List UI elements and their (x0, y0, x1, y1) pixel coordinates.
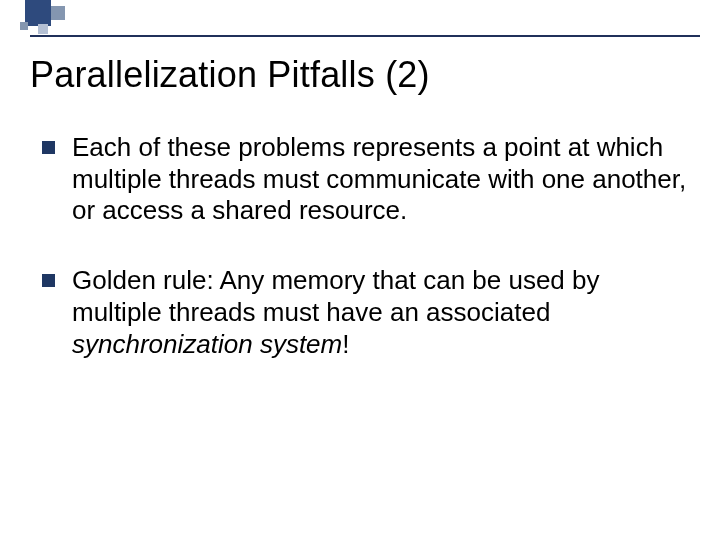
list-item: Golden rule: Any memory that can be used… (42, 265, 690, 360)
bullet-text-suffix: ! (342, 329, 349, 359)
square-bullet-icon (42, 141, 55, 154)
deco-square (20, 22, 28, 30)
header-rule (30, 35, 700, 37)
bullet-text-emphasis: synchronization system (72, 329, 342, 359)
list-item: Each of these problems represents a poin… (42, 132, 690, 227)
square-bullet-icon (42, 274, 55, 287)
corner-decoration (0, 0, 120, 40)
slide-content: Parallelization Pitfalls (2) Each of the… (30, 54, 690, 398)
bullet-text: Each of these problems represents a poin… (72, 132, 686, 225)
deco-square (25, 0, 51, 26)
bullet-list: Each of these problems represents a poin… (30, 132, 690, 360)
deco-square (38, 24, 48, 34)
slide-title: Parallelization Pitfalls (2) (30, 54, 690, 96)
bullet-text-prefix: Golden rule: Any memory that can be used… (72, 265, 600, 327)
deco-square (51, 6, 65, 20)
